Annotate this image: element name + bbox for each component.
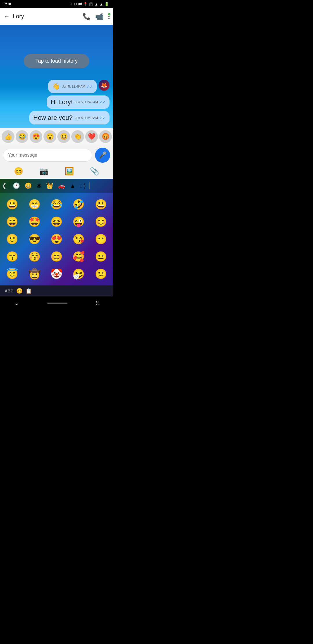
battery-icon: 🔋: [104, 2, 109, 6]
hd-icon: HD: [78, 3, 82, 6]
quick-emoji-heart-eyes[interactable]: 😍: [30, 130, 42, 143]
quick-emoji-bar: 👍 😂 😍 😮 😆 👏 ❤️ 😡: [0, 128, 113, 145]
location-icon: 📍: [83, 2, 88, 6]
list-item[interactable]: 😚: [23, 248, 45, 265]
status-time: 7:18: [4, 2, 11, 6]
wifi-icon: ▲: [94, 2, 98, 6]
message-bubble: How are you? Jun 5, 11:49 AM ✓✓: [29, 111, 110, 124]
list-item[interactable]: 😂: [46, 196, 68, 213]
keyboard-category-text[interactable]: :-): [79, 181, 87, 190]
signal-icon: ▲: [99, 2, 103, 6]
list-item[interactable]: 😎: [23, 230, 45, 248]
camera-button[interactable]: 📷: [39, 167, 48, 176]
emoji-grid: 😀 😁 😂 🤣 😃 😄 🤩 😆 😜 😊 🙂 😎 😍 😘 😶 😙 😚 😊 🥰 😐 …: [0, 193, 113, 285]
mic-button[interactable]: 🎤: [95, 148, 110, 163]
emoji-keyboard: ❮ 🕐 😀 ❀ 👑 🚗 ▲ :-) 😀 😁 😂 🤣 😃 😄 🤩 😆 😜 😊 🙂 …: [0, 179, 113, 296]
quick-emoji-angry[interactable]: 😡: [99, 130, 112, 143]
nav-bar: ⌄ ⠿: [0, 296, 113, 310]
message-input-area: 🎤: [0, 145, 113, 165]
message-meta: Jun 5, 11:49 AM ✓✓: [75, 100, 106, 104]
read-receipt-icon: ✓✓: [99, 100, 105, 104]
attachment-button[interactable]: 📎: [90, 167, 99, 176]
keyboard-back-button[interactable]: ❮: [2, 182, 7, 189]
table-row: Hi Lory! Jun 5, 11:49 AM ✓✓: [3, 95, 110, 109]
table-row: How are you? Jun 5, 11:49 AM ✓✓: [3, 111, 110, 124]
status-bar: 7:18 🗒 ⊡ HD 📍 📳 ▲ ▲ 🔋: [0, 0, 113, 8]
quick-emoji-wave[interactable]: 👏: [71, 130, 84, 143]
message-timestamp: Jun 5, 11:49 AM: [62, 85, 85, 88]
list-item[interactable]: 😜: [68, 213, 90, 230]
list-item[interactable]: 😕: [90, 265, 112, 283]
keyboard-category-nature[interactable]: ❀: [35, 181, 43, 190]
keyboard-abc-button[interactable]: ABC: [5, 289, 13, 293]
list-item[interactable]: 🙂: [1, 230, 23, 248]
emoji-picker-button[interactable]: 😊: [14, 167, 23, 176]
list-item[interactable]: 🤠: [23, 265, 45, 283]
nav-back-button[interactable]: ⌄: [14, 299, 19, 307]
list-item[interactable]: 😘: [68, 230, 90, 248]
app-bar: ← Lory 📞 📹: [0, 8, 113, 25]
quick-emoji-thumbsup[interactable]: 👍: [2, 130, 14, 143]
list-item[interactable]: 😁: [23, 196, 45, 213]
read-receipt-icon: ✓✓: [99, 116, 105, 120]
list-item[interactable]: 😍: [46, 230, 68, 248]
phone-call-button[interactable]: 📞: [83, 13, 90, 20]
list-item[interactable]: 😄: [1, 213, 23, 230]
list-item[interactable]: 🤩: [23, 213, 45, 230]
list-item[interactable]: 😙: [1, 248, 23, 265]
messages-list: 👋 Jun 5, 11:49 AM ✓✓ 🦊 Hi Lory! Jun 5, 1…: [3, 80, 110, 124]
list-item[interactable]: 🤣: [68, 196, 90, 213]
list-item[interactable]: 🥰: [68, 248, 90, 265]
back-button[interactable]: ←: [3, 13, 10, 20]
keyboard-category-symbols[interactable]: ▲: [69, 181, 77, 190]
message-meta: Jun 5, 11:49 AM ✓✓: [75, 116, 106, 120]
nav-home-button[interactable]: [47, 303, 68, 304]
list-item[interactable]: 😇: [1, 265, 23, 283]
quick-emoji-surprised[interactable]: 😮: [43, 130, 56, 143]
avatar-emoji: 🦊: [101, 82, 107, 88]
keyboard-divider: [9, 182, 9, 189]
message-bubble: Hi Lory! Jun 5, 11:49 AM ✓✓: [47, 95, 110, 109]
quick-emoji-heart[interactable]: ❤️: [85, 130, 98, 143]
message-text: Hi Lory!: [51, 98, 73, 106]
keyboard-category-emoji[interactable]: 😀: [23, 181, 33, 190]
list-item[interactable]: 😃: [90, 196, 112, 213]
nav-recents-button[interactable]: ⠿: [96, 301, 99, 306]
list-item[interactable]: 😆: [46, 213, 68, 230]
list-item[interactable]: 😶: [90, 230, 112, 248]
vibrate-icon: 📳: [89, 2, 93, 6]
list-item[interactable]: 😀: [1, 196, 23, 213]
list-item[interactable]: 😊: [90, 213, 112, 230]
read-receipt-icon: ✓✓: [86, 84, 93, 89]
keyboard-category-objects[interactable]: 👑: [45, 181, 54, 190]
list-item[interactable]: 😊: [46, 248, 68, 265]
message-meta: Jun 5, 11:49 AM ✓✓: [62, 84, 93, 89]
video-call-button[interactable]: 📹: [95, 12, 104, 21]
table-row: 👋 Jun 5, 11:49 AM ✓✓ 🦊: [3, 80, 110, 93]
message-emoji: 👋: [52, 83, 60, 90]
keyboard-sticker-button[interactable]: 📋: [26, 288, 32, 294]
keyboard-category-recent[interactable]: 🕐: [12, 181, 21, 190]
keyboard-category-travel[interactable]: 🚗: [57, 181, 66, 190]
keyboard-smiley-button[interactable]: 😊: [16, 288, 23, 294]
gallery-button[interactable]: 🖼️: [65, 167, 74, 176]
message-timestamp: Jun 5, 11:49 AM: [75, 100, 98, 104]
status-icons: 🗒 ⊡ HD 📍 📳 ▲ ▲ 🔋: [69, 2, 109, 6]
load-history-button[interactable]: Tap to load history: [24, 54, 89, 68]
list-item[interactable]: 🤡: [46, 265, 68, 283]
more-options-button[interactable]: [108, 14, 110, 19]
chat-area: Tap to load history 👋 Jun 5, 11:49 AM ✓✓…: [0, 25, 113, 128]
message-timestamp: Jun 5, 11:49 AM: [75, 116, 98, 120]
quick-emoji-grin[interactable]: 😆: [57, 130, 70, 143]
input-actions-bar: 😊 📷 🖼️ 📎: [0, 165, 113, 179]
list-item[interactable]: 🤧: [68, 265, 90, 283]
screenshot-icon: ⊡: [74, 2, 77, 6]
message-bubble: 👋 Jun 5, 11:49 AM ✓✓: [48, 80, 97, 93]
message-input[interactable]: [3, 149, 92, 162]
quick-emoji-laugh[interactable]: 😂: [16, 130, 28, 143]
list-item[interactable]: 😐: [90, 248, 112, 265]
keyboard-divider-2: [89, 182, 90, 189]
notification-icon: 🗒: [69, 2, 73, 6]
emoji-keyboard-header: ❮ 🕐 😀 ❀ 👑 🚗 ▲ :-): [0, 179, 113, 193]
keyboard-bottom-bar: ABC 😊 📋: [0, 285, 113, 296]
